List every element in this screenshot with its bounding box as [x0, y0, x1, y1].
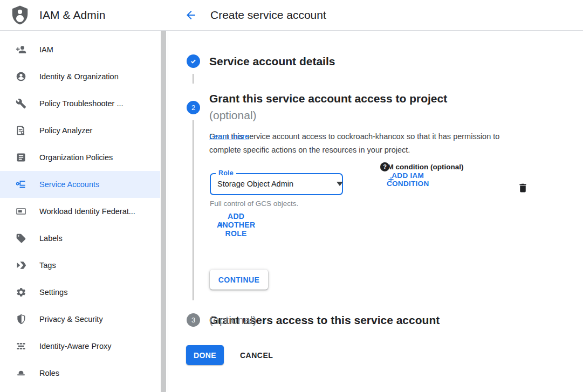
done-button[interactable]: DONE — [186, 345, 224, 365]
role-selected-value: Storage Object Admin — [217, 174, 293, 194]
proxy-icon — [16, 341, 26, 352]
shield-icon — [16, 314, 26, 325]
page-header: Create service account — [168, 0, 583, 30]
sidebar-scrollbar[interactable] — [160, 31, 167, 392]
app-header: IAM & Admin — [0, 0, 168, 30]
card-icon — [16, 206, 26, 217]
policy-analyzer-icon — [16, 125, 26, 136]
tag-icon — [16, 233, 26, 244]
person-add-icon — [16, 44, 26, 55]
hat-icon — [16, 368, 26, 379]
sidebar-item-label: Workload Identity Federat... — [39, 207, 135, 216]
sidebar-item-privacy-security[interactable]: Privacy & Security — [0, 306, 160, 333]
sidebar-item-service-accounts[interactable]: Service Accounts — [0, 171, 160, 198]
help-icon[interactable]: ? — [380, 162, 389, 171]
create-service-account-panel: Service account details 2 Grant this ser… — [168, 31, 583, 392]
sidebar-item-identity-organization[interactable]: Identity & Organization — [0, 63, 160, 90]
account-circle-icon — [16, 71, 26, 82]
sidebar-item-label: IAM — [39, 45, 53, 54]
sidebar-item-label: Service Accounts — [39, 180, 99, 189]
sidebar-nav: IAM Identity & Organization Policy Troub… — [0, 31, 168, 392]
role-helper-text: Full control of GCS objects. — [210, 200, 298, 208]
sidebar-item-policy-troubleshooter[interactable]: Policy Troubleshooter ... — [0, 90, 160, 117]
stepper-connector — [193, 120, 194, 300]
sidebar-item-labels[interactable]: Labels — [0, 225, 160, 252]
top-bar: IAM & Admin Create service account — [0, 0, 583, 31]
sidebar-item-identity-aware-proxy[interactable]: Identity-Aware Proxy — [0, 333, 160, 360]
step1-title: Service account details — [209, 53, 335, 70]
sidebar-item-policy-analyzer[interactable]: Policy Analyzer — [0, 117, 160, 144]
step2-title-text: Grant this service account access to pro… — [209, 90, 447, 107]
sidebar-item-label: Settings — [39, 288, 67, 297]
step2-number-badge: 2 — [187, 101, 200, 114]
page-title: Create service account — [210, 9, 326, 22]
sidebar-item-label: Identity & Organization — [39, 72, 119, 81]
sidebar-item-label: Tags — [39, 261, 56, 270]
sidebar-item-iam[interactable]: IAM — [0, 36, 160, 63]
sidebar-item-label: Identity-Aware Proxy — [39, 342, 112, 350]
sidebar-item-label: Roles — [39, 369, 59, 377]
tags-icon — [16, 260, 26, 271]
article-icon — [16, 152, 26, 163]
back-arrow-icon[interactable] — [182, 6, 200, 24]
sidebar-item-workload-identity-federation[interactable]: Workload Identity Federat... — [0, 198, 160, 225]
sidebar-item-label: Policy Troubleshooter ... — [39, 99, 124, 108]
app-title: IAM & Admin — [39, 9, 105, 22]
sidebar-item-settings[interactable]: Settings — [0, 279, 160, 306]
sidebar-item-label: Labels — [39, 234, 63, 243]
sidebar-item-label: Policy Analyzer — [39, 126, 92, 135]
cancel-button[interactable]: CANCEL — [232, 345, 280, 365]
scrollbar-thumb[interactable] — [161, 31, 166, 392]
description-text: Grant this service account access to coc… — [209, 130, 533, 157]
step1-complete-icon — [187, 54, 200, 68]
continue-button[interactable]: CONTINUE — [210, 270, 268, 290]
sidebar-item-label: Privacy & Security — [39, 315, 103, 324]
delete-role-icon[interactable] — [510, 175, 524, 189]
wrench-icon — [16, 98, 26, 109]
step3-optional-label: (optional) — [209, 312, 257, 328]
role-select[interactable]: Role Storage Object Admin — [210, 173, 343, 195]
step2-optional-label: (optional) — [209, 107, 257, 123]
step3-number-badge: 3 — [187, 313, 200, 327]
sidebar-item-label: Organization Policies — [39, 153, 113, 162]
sidebar-item-roles[interactable]: Roles — [0, 360, 160, 387]
gear-icon — [16, 287, 26, 298]
iam-condition-label-text: IAM condition (optional) — [380, 163, 463, 171]
sidebar-item-organization-policies[interactable]: Organization Policies — [0, 144, 160, 171]
service-account-key-icon — [16, 179, 26, 190]
sidebar-item-tags[interactable]: Tags — [0, 252, 160, 279]
learn-more-link[interactable]: Learn more — [209, 130, 249, 143]
iam-admin-shield-icon — [10, 4, 30, 26]
stepper-connector — [193, 74, 194, 84]
